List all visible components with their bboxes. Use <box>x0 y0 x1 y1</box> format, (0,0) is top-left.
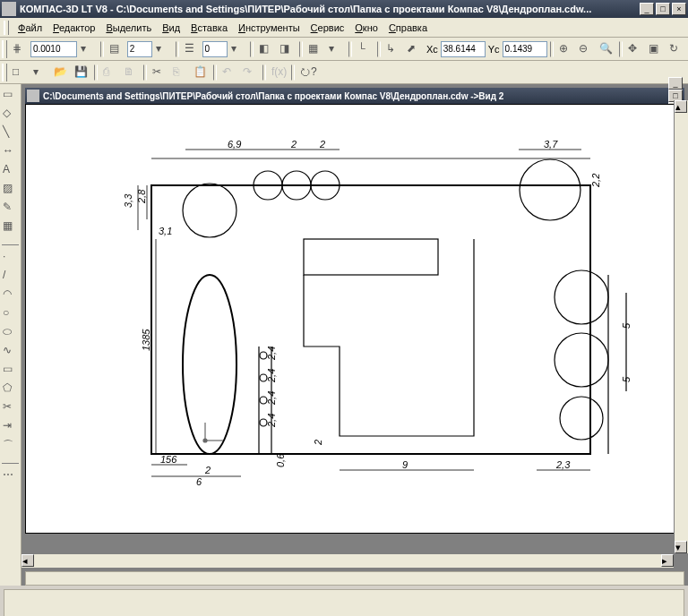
paste-icon[interactable]: 📋 <box>191 63 211 82</box>
scroll-up-icon[interactable]: ▴ <box>675 100 687 113</box>
print-icon[interactable]: ⎙ <box>100 63 120 82</box>
doc-minimize-button[interactable]: _ <box>668 77 683 90</box>
dim-5a: 5 <box>621 322 632 329</box>
toolbar-handle[interactable] <box>2 64 7 81</box>
separator <box>377 41 381 57</box>
dim-9: 9 <box>402 459 408 470</box>
dim-24a: 2,4 <box>266 346 277 361</box>
grid-dropdown-icon[interactable]: ▾ <box>326 39 346 59</box>
select-tool-icon[interactable]: ▭ <box>0 86 20 104</box>
zoom-in-icon[interactable]: ⊕ <box>556 39 576 59</box>
extend-tool-icon[interactable]: ⇥ <box>0 417 20 435</box>
fillet-tool-icon[interactable]: ⌒ <box>0 436 20 454</box>
scroll-down-icon[interactable]: ▾ <box>675 541 687 553</box>
table-tool-icon[interactable]: ▦ <box>0 218 20 235</box>
toolbar-handle[interactable] <box>2 40 7 58</box>
dim-1385: 1385 <box>141 329 151 351</box>
hatch-tool-icon[interactable]: ▨ <box>0 180 20 198</box>
menu-window[interactable]: Окно <box>349 21 383 35</box>
dim-3-1: 3,1 <box>159 226 172 236</box>
zoom-out-icon[interactable]: ⊖ <box>576 39 596 59</box>
trim-tool-icon[interactable]: ✂ <box>0 398 20 416</box>
horizontal-scrollbar[interactable]: ◂ ▸ <box>22 553 674 568</box>
svg-point-11 <box>183 275 236 454</box>
segment-tool-icon[interactable]: / <box>0 267 20 285</box>
layers-icon[interactable]: ▤ <box>107 39 126 59</box>
circle-tool-icon[interactable]: ○ <box>0 304 20 322</box>
menubar-handle[interactable] <box>4 21 9 35</box>
document-icon <box>27 90 39 102</box>
cut-icon[interactable]: ✂ <box>150 63 169 82</box>
snap-icon[interactable]: ⋕ <box>10 39 30 59</box>
polygon-tool-icon[interactable]: ⬠ <box>0 380 20 398</box>
edit-tool-icon[interactable]: ✎ <box>0 199 20 217</box>
dim-2-2: 2,2 <box>590 174 601 188</box>
separator <box>299 41 303 57</box>
dim-24b: 2,4 <box>266 369 277 383</box>
app-titlebar: КОМПАС-3D LT V8 - C:\Documents and Setti… <box>0 0 688 18</box>
menu-file[interactable]: Файл <box>13 21 47 35</box>
dim-6: 6 <box>196 476 202 487</box>
text-tool-icon[interactable]: A <box>0 161 20 179</box>
preview-icon[interactable]: 🗎 <box>121 63 141 82</box>
copy-icon[interactable]: ⎘ <box>170 63 190 82</box>
line-tool-icon[interactable]: ╲ <box>0 124 20 141</box>
levels-icon[interactable]: ☰ <box>182 39 202 59</box>
new-icon[interactable]: □ <box>10 63 30 82</box>
svg-point-1 <box>183 184 236 237</box>
menu-tools[interactable]: Инструменты <box>233 21 305 35</box>
open-icon[interactable]: 📂 <box>51 63 71 82</box>
rect-tool-icon[interactable]: ▭ <box>0 361 20 379</box>
y-input[interactable] <box>503 41 547 57</box>
menu-help[interactable]: Справка <box>383 21 433 35</box>
menu-service[interactable]: Сервис <box>305 21 350 35</box>
step-input[interactable] <box>30 41 77 57</box>
zoom-window-icon[interactable]: 🔍 <box>597 39 616 59</box>
fx-icon[interactable]: f(x) <box>269 63 288 82</box>
eraser2-icon[interactable]: ◨ <box>277 39 297 59</box>
drawing-canvas[interactable]: 6,9 2 2 3,7 3,3 2,8 2,2 3,1 1385 2,4 2,4… <box>25 104 684 534</box>
level-dropdown-icon[interactable]: ▾ <box>228 39 248 59</box>
pan-icon[interactable]: ✥ <box>625 39 645 59</box>
vertical-scrollbar[interactable]: ▴ ▾ <box>674 100 688 553</box>
scroll-right-icon[interactable]: ▸ <box>661 554 674 567</box>
layer-input[interactable] <box>127 41 152 57</box>
dimension-tool-icon[interactable]: ↔ <box>0 142 20 160</box>
aux-tool-icon[interactable]: ⋯ <box>0 466 20 484</box>
redo-icon[interactable]: ↷ <box>240 63 260 82</box>
help-cursor-icon[interactable]: ⭮? <box>297 63 317 82</box>
fit-icon[interactable]: ▣ <box>646 39 666 59</box>
level-input[interactable] <box>202 41 228 57</box>
save-icon[interactable]: 💾 <box>72 63 91 82</box>
x-input[interactable] <box>441 41 486 57</box>
menu-insert[interactable]: Вставка <box>185 21 233 35</box>
layer-dropdown-icon[interactable]: ▾ <box>153 39 173 59</box>
global-cs-icon[interactable]: ⬈ <box>404 39 424 59</box>
point-tool-icon[interactable]: · <box>0 248 20 266</box>
minimize-button[interactable]: _ <box>640 3 654 15</box>
dim-3-7: 3,7 <box>544 139 558 150</box>
arc-tool-icon[interactable]: ◠ <box>0 286 20 304</box>
toolbox-divider <box>2 238 19 245</box>
step-dropdown-icon[interactable]: ▾ <box>78 39 98 59</box>
grid-icon[interactable]: ▦ <box>305 39 325 59</box>
ellipse-tool-icon[interactable]: ⬭ <box>0 323 20 341</box>
spline-tool-icon[interactable]: ∿ <box>0 342 20 360</box>
menu-select[interactable]: Выделить <box>100 21 157 35</box>
dim-156: 156 <box>160 454 177 465</box>
scroll-left-icon[interactable]: ◂ <box>22 554 34 567</box>
undo-icon[interactable]: ↶ <box>219 63 239 82</box>
menu-editor[interactable]: Редактор <box>47 21 100 35</box>
new-dropdown-icon[interactable]: ▾ <box>30 63 50 82</box>
eraser-icon[interactable]: ◧ <box>256 39 276 59</box>
drawing-svg: 6,9 2 2 3,7 3,3 2,8 2,2 3,1 1385 2,4 2,4… <box>53 114 644 526</box>
doc-statusbar <box>25 571 684 586</box>
menu-view[interactable]: Вид <box>157 21 185 35</box>
toolbar-standard: □ ▾ 📂 💾 ⎙ 🗎 ✂ ⎘ 📋 ↶ ↷ f(x) ⭮? <box>0 61 688 84</box>
geometry-tool-icon[interactable]: ◇ <box>0 105 20 123</box>
ortho-icon[interactable]: └ <box>355 39 374 59</box>
refresh-icon[interactable]: ↻ <box>666 39 686 59</box>
close-button[interactable]: × <box>672 3 686 15</box>
maximize-button[interactable]: □ <box>656 3 670 15</box>
local-cs-icon[interactable]: ↳ <box>383 39 403 59</box>
